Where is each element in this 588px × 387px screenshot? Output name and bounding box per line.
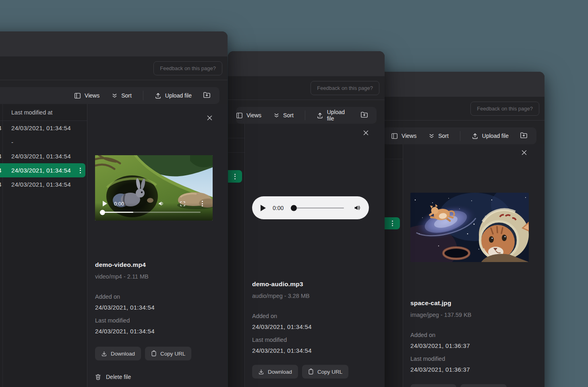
upload-label: Upload file: [165, 92, 192, 99]
upload-label: Upload file: [482, 133, 509, 139]
table-divider: [228, 138, 244, 138]
file-detail-panel: 0:00 demo-video.mp4 video/mp4 - 2.11 MB: [87, 104, 228, 387]
views-label: Views: [246, 112, 261, 119]
audio-seek-slider[interactable]: [291, 205, 344, 211]
sort-button[interactable]: Sort: [112, 92, 132, 99]
last-modified-label: Last modified: [252, 337, 385, 343]
files-table: Last modified at 4 24/03/2021, 01:34:54 …: [0, 104, 87, 387]
close-icon[interactable]: [362, 129, 369, 136]
folder-plus-icon: [203, 92, 211, 100]
window-image-file: Feedback on this page? Views Sort Upload…: [375, 72, 545, 387]
audio-thumb[interactable]: [291, 205, 297, 211]
views-button[interactable]: Views: [236, 112, 261, 119]
row-kebab-menu-icon[interactable]: [385, 217, 400, 229]
window-header-row: Feedback on this page?: [375, 97, 545, 121]
video-progress-bar[interactable]: [101, 212, 201, 213]
content-row: space-cat.jpg image/jpeg - 137.59 KB Add…: [375, 144, 545, 387]
file-type-size: video/mp4 - 2.11 MB: [95, 273, 228, 280]
download-button[interactable]: Download: [95, 347, 141, 360]
sort-icon: [273, 112, 280, 119]
window-title-band: [0, 31, 228, 56]
table-row[interactable]: -: [0, 135, 87, 149]
volume-icon[interactable]: [354, 204, 360, 211]
sort-label: Sort: [121, 92, 132, 99]
truncated-cell: 4: [0, 153, 2, 160]
close-icon[interactable]: [206, 114, 213, 121]
add-folder-button[interactable]: [359, 109, 370, 121]
fullscreen-icon[interactable]: [180, 201, 186, 207]
upload-file-button[interactable]: Upload file: [472, 133, 509, 139]
sort-label: Sort: [283, 112, 294, 119]
views-label: Views: [402, 133, 416, 139]
toolbar-divider: [143, 91, 143, 100]
delete-file-button[interactable]: Delete file: [95, 374, 228, 380]
views-icon: [236, 112, 243, 119]
feedback-button[interactable]: Feedback on this page?: [311, 81, 379, 95]
audio-player[interactable]: 0:00: [252, 196, 369, 219]
upload-file-button[interactable]: Upload file: [317, 109, 350, 122]
file-name: space-cat.jpg: [410, 300, 545, 307]
table-row[interactable]: 4 24/03/2021, 01:34:54: [0, 177, 87, 191]
volume-icon[interactable]: [158, 200, 164, 207]
file-detail-panel: 0:00 demo-audio.mp3 audio/mpeg - 3.28 MB…: [245, 124, 385, 387]
clipboard-icon: [151, 350, 157, 357]
video-progress-thumb[interactable]: [100, 210, 105, 215]
video-preview[interactable]: 0:00: [95, 155, 213, 221]
video-controls: 0:00: [95, 200, 213, 207]
upload-icon: [155, 92, 161, 99]
row-kebab-menu-icon[interactable]: [80, 168, 81, 173]
add-folder-button[interactable]: [201, 89, 213, 102]
last-modified-value: 24/03/2021, 01:36:37: [410, 366, 545, 373]
feedback-button[interactable]: Feedback on this page?: [470, 102, 539, 116]
table-header-last-modified[interactable]: Last modified at: [0, 104, 87, 121]
file-type-size: audio/mpeg - 3.28 MB: [252, 293, 385, 299]
sort-button[interactable]: Sort: [429, 133, 449, 139]
copy-url-button[interactable]: Copy URL: [145, 347, 191, 360]
toolbar: Views Sort Upload file: [0, 87, 219, 104]
views-button[interactable]: Views: [74, 92, 99, 99]
last-modified-cell: 24/03/2021, 01:34:54: [11, 125, 71, 131]
add-folder-button[interactable]: [518, 130, 530, 142]
copy-url-button[interactable]: Copy URL: [460, 384, 507, 387]
last-modified-label: Last modified: [95, 317, 228, 324]
table-row[interactable]: 4 24/03/2021, 01:34:54: [0, 121, 87, 135]
sort-icon: [429, 133, 435, 139]
last-modified-value: 24/03/2021, 01:34:54: [252, 347, 385, 354]
views-button[interactable]: Views: [391, 133, 416, 139]
video-frame-art: [95, 155, 213, 221]
last-modified-cell: 24/03/2021, 01:34:54: [11, 167, 71, 174]
copy-url-button[interactable]: Copy URL: [302, 365, 348, 379]
toolbar: Views Sort Upload file: [383, 127, 536, 144]
toolbar-wrap: Views Sort Upload file: [375, 121, 545, 144]
table-row[interactable]: 4 24/03/2021, 01:34:54: [0, 149, 87, 163]
close-icon[interactable]: [521, 149, 528, 156]
play-icon[interactable]: [103, 201, 107, 206]
download-button[interactable]: Download: [252, 365, 298, 379]
upload-icon: [317, 112, 323, 119]
copy-url-label: Copy URL: [160, 351, 185, 357]
download-button[interactable]: Download: [410, 384, 456, 387]
upload-file-button[interactable]: Upload file: [155, 92, 192, 99]
download-label: Download: [111, 351, 135, 357]
table-row-selected[interactable]: 4 24/03/2021, 01:34:54: [0, 163, 85, 177]
play-icon[interactable]: [261, 205, 266, 211]
sort-button[interactable]: Sort: [273, 112, 294, 119]
video-kebab-menu-icon[interactable]: [202, 201, 203, 206]
added-on-label: Added on: [95, 293, 228, 300]
window-video-file: Feedback on this page? Views Sort Upload…: [0, 31, 228, 387]
row-kebab-menu-icon[interactable]: [228, 170, 242, 183]
upload-label: Upload file: [327, 109, 350, 122]
views-icon: [391, 133, 398, 139]
window-header-row: Feedback on this page?: [228, 76, 385, 100]
video-buffered-segment: [101, 212, 133, 213]
delete-file-label: Delete file: [106, 374, 131, 380]
desktop-background: Feedback on this page? Views Sort Upload…: [0, 0, 588, 387]
feedback-button[interactable]: Feedback on this page?: [153, 61, 222, 75]
video-time: 0:00: [114, 201, 124, 207]
toolbar: Views Sort Upload file: [236, 107, 377, 124]
window-audio-file: Feedback on this page? Views Sort Upload…: [228, 51, 385, 387]
content-row: 0:00 demo-audio.mp3 audio/mpeg - 3.28 MB…: [228, 124, 385, 387]
last-modified-value: 24/03/2021, 01:34:54: [95, 328, 228, 335]
upload-icon: [472, 133, 478, 139]
sort-icon: [112, 93, 118, 99]
